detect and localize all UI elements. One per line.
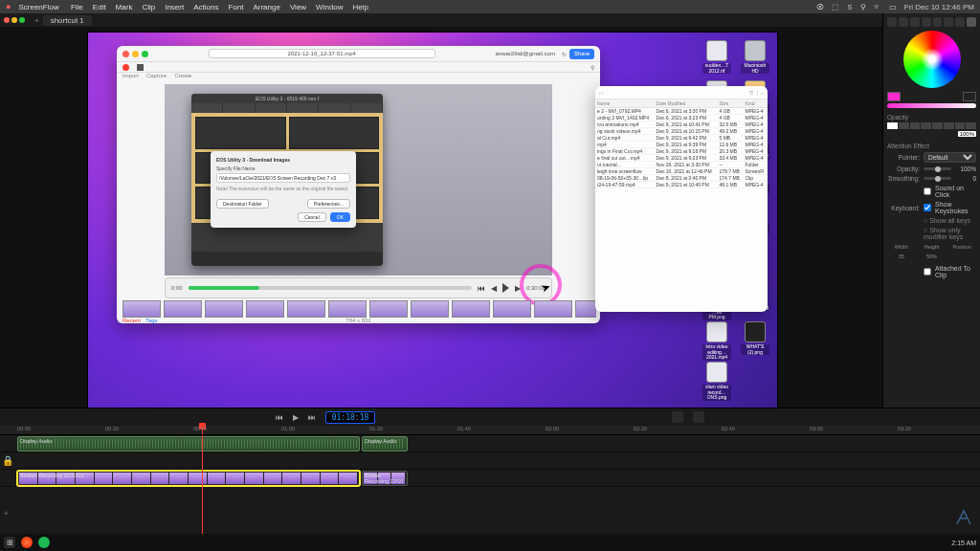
windows-taskbar: ⊞ 2:15 AM xyxy=(0,534,980,551)
finder-window[interactable]: ‹ › ☰ ⋮ ⌕ NameDate ModifiedSizeKind e 2 … xyxy=(595,86,768,312)
canvas[interactable]: Macintosh HD sudden…T 2012.rtf G-DRIVE U… xyxy=(0,27,882,408)
color-wheel[interactable] xyxy=(903,31,961,88)
app-menus[interactable]: ScreenFlow FileEditMarkClipInsertActions… xyxy=(18,3,378,11)
taskbar-app[interactable] xyxy=(38,537,50,548)
ruler-mark: 01:20 xyxy=(369,426,383,431)
table-row[interactable]: cro animations.mp4Dec 9, 2021 at 10:41 P… xyxy=(595,121,768,128)
ruler-mark: 02:40 xyxy=(722,426,735,431)
attached-to-clip-checkbox[interactable] xyxy=(924,268,931,276)
table-row[interactable]: ording 2 MVI_1402.MP4Dec 6, 2021 at 3:23… xyxy=(595,115,768,121)
ruler-mark: 02:00 xyxy=(546,426,559,431)
pointer-select[interactable]: Default xyxy=(924,152,976,163)
cancel-button[interactable]: Cancel xyxy=(298,212,326,222)
timecode-display[interactable]: 01:18:18 xyxy=(325,411,376,424)
library-thumbnails[interactable] xyxy=(121,298,596,320)
color-swatch[interactable] xyxy=(887,92,901,101)
skip-fwd-button[interactable]: ⏭ xyxy=(308,413,316,422)
table-row[interactable]: al Cut.mp4Dec 9, 2021 at 9:42 PM5 MBMPEG… xyxy=(595,135,768,142)
title-bar-text: 2021-12-10_12-37-51.mp4 xyxy=(209,49,435,58)
frame-back-button[interactable]: ◀ xyxy=(491,284,497,293)
inspector-tabs[interactable] xyxy=(887,17,976,27)
battery-icon[interactable]: ▭ xyxy=(889,3,897,11)
play-pause-button[interactable]: ▶ xyxy=(293,413,299,422)
status-icon[interactable]: S xyxy=(847,3,852,11)
video-clip-selected[interactable]: Screen Recording 12/10/21 xyxy=(17,471,360,486)
frame-fwd-button[interactable]: ▶ xyxy=(515,284,521,293)
start-button[interactable]: ⊞ xyxy=(4,537,15,548)
playhead-line xyxy=(202,435,203,539)
menu-app: ScreenFlow xyxy=(18,3,58,11)
ok-button[interactable]: OK xyxy=(330,212,350,222)
eos-utility-window: EOS Utility 3 - 6519 400 mm f EOS Utilit… xyxy=(191,94,383,266)
transport-controls: ⏮ ▶ ⏭ 01:18:18 xyxy=(0,408,980,426)
timeline-opts-icon[interactable] xyxy=(693,411,704,423)
snagit-window[interactable]: 2021-12-10_12-37-51.mp4 anwar29ali@gmail… xyxy=(117,46,600,323)
opacity-slider[interactable] xyxy=(924,167,951,170)
filepath-field[interactable]: /Volumes/LaCie/2021/EOS Screen Recording… xyxy=(216,173,350,183)
table-row[interactable]: t24-19-47-59.mp4Dec 9, 2021 at 10:40 PM4… xyxy=(595,182,768,188)
ruler-mark: 00:20 xyxy=(105,426,119,431)
ruler-mark: 03:00 xyxy=(810,426,823,431)
skip-back-button[interactable]: ⏮ xyxy=(276,413,283,422)
table-row[interactable]: leigh time.screenflowDec 10, 2021 at 12:… xyxy=(595,168,768,175)
zoom-icon[interactable] xyxy=(142,51,148,57)
close-icon[interactable] xyxy=(122,51,129,57)
table-row[interactable]: ut tutorial…Nov 29, 2021 at 3:30 PM--Fol… xyxy=(595,162,768,168)
search-icon[interactable]: ⚲ xyxy=(590,64,594,71)
menubar-status: ⦿ ⬚ S ⚲ ᯤ ▭ Fri Dec 10 12:46 PM xyxy=(816,3,974,11)
saturation-slider[interactable] xyxy=(887,103,976,108)
document-tabstrip: + shortcut 1 70% ⤢ xyxy=(0,13,980,27)
watermark-icon xyxy=(953,507,974,530)
account-label[interactable]: anwar29ali@gmail.com xyxy=(496,51,555,56)
share-button[interactable]: Share xyxy=(569,49,594,59)
table-row[interactable]: e final cut out…mp4Dec 9, 2021 at 9:23 P… xyxy=(595,155,768,162)
table-row[interactable]: ng stock videos.mp4Dec 9, 2021 at 10:15 … xyxy=(595,128,768,135)
taskbar-app[interactable] xyxy=(21,537,33,548)
sound-on-click-checkbox[interactable] xyxy=(924,187,931,195)
recorded-desktop: Macintosh HD sudden…T 2012.rtf G-DRIVE U… xyxy=(88,33,777,408)
table-row[interactable]: ings in Final Cut.mp4Dec 9, 2021 at 9:18… xyxy=(595,148,768,155)
subtab[interactable]: Import xyxy=(122,73,139,78)
ruler-mark: 01:40 xyxy=(457,426,471,431)
taskbar-clock[interactable]: 2:15 AM xyxy=(951,540,976,546)
status-icon[interactable]: ⚲ xyxy=(860,3,866,11)
add-track-button[interactable]: ＋ xyxy=(2,507,11,519)
ruler-mark: 00:40 xyxy=(193,426,207,431)
stop-button[interactable] xyxy=(137,64,144,71)
menubar-clock[interactable]: Fri Dec 10 12:46 PM xyxy=(904,3,974,11)
show-keystrokes-checkbox[interactable] xyxy=(924,204,931,211)
record-button[interactable] xyxy=(122,64,129,71)
table-row[interactable]: 08-19-06-50+05-30…lipDec 8, 2021 at 2:40… xyxy=(595,175,768,182)
lock-icon[interactable]: 🔒 xyxy=(2,455,13,466)
play-button[interactable] xyxy=(502,283,509,293)
inspector-panel: Opacity 100% Attention Effect Pointer:De… xyxy=(882,13,980,408)
prefs-button[interactable]: Preferences... xyxy=(307,199,350,209)
preview-stage: EOS Utility 3 - 6519 400 mm f EOS Utilit… xyxy=(165,84,552,276)
audio-clip[interactable]: Display Audio xyxy=(362,436,408,452)
video-clip[interactable]: Screen Recording 12/10 xyxy=(362,471,408,486)
timeline-tracks[interactable]: Display Audio Display Audio 🔒 Screen Rec… xyxy=(0,435,980,521)
apple-menu-icon[interactable]: ● xyxy=(6,2,11,11)
minimize-icon[interactable] xyxy=(132,51,139,57)
timeline-zoom-icon[interactable] xyxy=(672,411,683,423)
timeline-ruler[interactable]: 00:0000:2000:4001:0001:2001:4002:0002:20… xyxy=(0,426,980,435)
ruler-mark: 03:20 xyxy=(898,426,911,431)
subtab[interactable]: Create xyxy=(174,73,191,78)
seek-slider[interactable] xyxy=(189,286,472,290)
dest-folder-button[interactable]: Destination Folder xyxy=(216,199,269,209)
document-tab[interactable]: shortcut 1 xyxy=(43,15,92,26)
sync-icon[interactable]: ↻ xyxy=(562,51,567,57)
timecode-start: 0:00 xyxy=(171,285,183,291)
ruler-mark: 02:20 xyxy=(634,426,647,431)
window-traffic-lights[interactable] xyxy=(4,16,27,25)
smoothing-slider[interactable] xyxy=(924,177,951,180)
opacity-presets[interactable] xyxy=(887,122,976,129)
status-icon[interactable]: ⦿ xyxy=(816,3,824,11)
step-back-button[interactable]: ⏮ xyxy=(478,284,485,293)
status-icon[interactable]: ᯤ xyxy=(874,3,881,11)
status-icon[interactable]: ⬚ xyxy=(832,3,839,11)
table-row[interactable]: mp4Dec 9, 2021 at 9:39 PM12.6 MBMPEG-4 xyxy=(595,142,768,148)
subtab[interactable]: Capture xyxy=(146,73,167,78)
table-row[interactable]: e 2 - MVI_0792.MP4Dec 6, 2021 at 3:30 PM… xyxy=(595,108,768,115)
audio-clip[interactable]: Display Audio xyxy=(17,436,360,452)
